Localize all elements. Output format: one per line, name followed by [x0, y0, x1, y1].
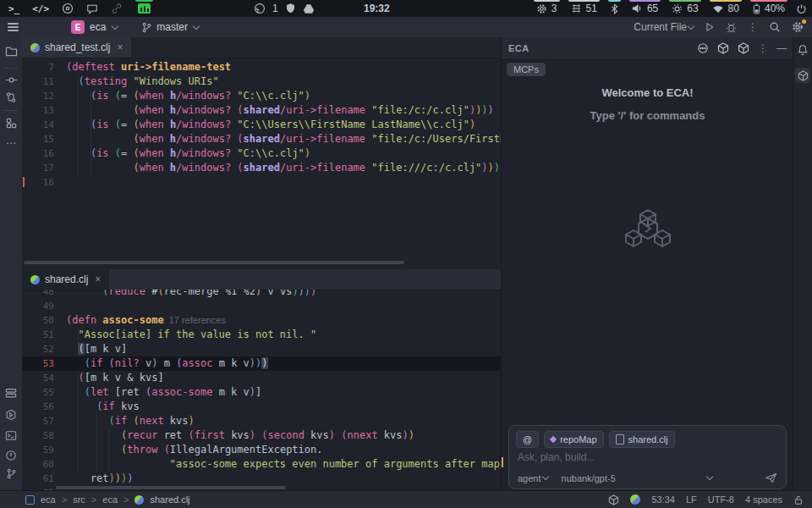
- eca-tool-icon[interactable]: [795, 68, 810, 83]
- breadcrumb-item[interactable]: src: [73, 494, 85, 505]
- drive-icon[interactable]: [303, 3, 315, 14]
- panel-options-icon[interactable]: ⋮: [758, 42, 768, 54]
- code-line[interactable]: 7(deftest uri->filename-test: [22, 60, 523, 75]
- context-file-chip[interactable]: shared.clj: [609, 431, 675, 448]
- shield-icon[interactable]: [285, 3, 296, 14]
- commit-icon[interactable]: [0, 75, 22, 86]
- code-line[interactable]: 18: [22, 175, 523, 190]
- brightness-icon: [672, 3, 683, 14]
- code-line[interactable]: 57 (if (next kvs): [22, 414, 523, 428]
- caret-position-widget[interactable]: 53:34: [651, 494, 675, 505]
- database-icon[interactable]: [0, 388, 22, 399]
- chat-bubble-icon[interactable]: [86, 3, 98, 14]
- gear-status[interactable]: 3: [534, 0, 560, 17]
- minimize-panel-icon[interactable]: —: [776, 42, 787, 54]
- line-separator-widget[interactable]: LF: [686, 494, 697, 505]
- link-icon[interactable]: [111, 3, 123, 14]
- code-editor[interactable]: 48 (reduce #(rec-merge %1 %2) v vs))))49…: [22, 290, 523, 491]
- brightness-status[interactable]: 63: [669, 0, 700, 17]
- code-editor[interactable]: 7(deftest uri->filename-test11 (testing …: [22, 58, 523, 269]
- breadcrumb-item[interactable]: eca: [102, 494, 118, 505]
- terminal-tool-icon[interactable]: [0, 430, 22, 441]
- project-selector[interactable]: E eca: [71, 20, 118, 34]
- code-line[interactable]: 56 (if kvs: [22, 400, 523, 414]
- git-tool-icon[interactable]: [0, 468, 22, 479]
- breadcrumb-item[interactable]: shared.clj: [150, 494, 189, 505]
- code-line[interactable]: 16 (is (= (when h/windows? "C:\\c.clj"): [22, 146, 523, 161]
- code-line[interactable]: 12 (is (= (when h/windows? "C:\\c.clj"): [22, 89, 523, 103]
- mcps-button[interactable]: MCPs: [507, 63, 546, 76]
- code-line[interactable]: 50(defn assoc-some 17 references: [22, 313, 523, 328]
- settings-button[interactable]: [792, 21, 804, 33]
- context-repomap-chip[interactable]: repoMap: [544, 431, 603, 448]
- pull-requests-icon[interactable]: [0, 91, 22, 103]
- more-tool-windows-icon[interactable]: …: [0, 134, 22, 146]
- stack-status[interactable]: 51: [568, 0, 600, 17]
- cube-status-icon[interactable]: [608, 494, 619, 505]
- horizontal-scrollbar[interactable]: [24, 261, 404, 264]
- terminal-icon[interactable]: >_: [8, 3, 19, 14]
- code-line[interactable]: 48 (reduce #(rec-merge %1 %2) v vs)))): [22, 290, 523, 299]
- cube-icon[interactable]: [717, 42, 729, 54]
- power-icon[interactable]: [796, 3, 807, 14]
- unlock-icon[interactable]: [793, 494, 804, 505]
- code-line[interactable]: 14 (is (= (when h/windows? "C:\\Users\\F…: [22, 118, 523, 132]
- more-actions-button[interactable]: ⋮: [748, 21, 758, 33]
- close-tab-icon[interactable]: ×: [117, 41, 123, 53]
- breadcrumb-separator: >: [123, 494, 129, 505]
- code-line[interactable]: 58 (recur ret (first kvs) (second kvs) (…: [22, 428, 523, 443]
- code-line[interactable]: 61 ret)))): [22, 472, 523, 486]
- send-button[interactable]: [765, 472, 777, 483]
- active-workspace-indicator[interactable]: [135, 0, 153, 17]
- code-line[interactable]: 53 (if (nil? v) m (assoc m k v))): [22, 356, 523, 371]
- wifi-level: 80: [728, 3, 739, 14]
- code-line[interactable]: 49: [22, 299, 523, 313]
- breadcrumb-item[interactable]: eca: [41, 494, 56, 505]
- encoding-widget[interactable]: UTF-8: [708, 494, 734, 505]
- tab-shared-test-clj[interactable]: shared_test.clj ×: [22, 37, 131, 58]
- code-line[interactable]: 59 (throw (IllegalArgumentException.: [22, 443, 523, 457]
- model-selector[interactable]: nubank/gpt-5: [562, 473, 616, 483]
- branch-selector[interactable]: master: [141, 21, 199, 33]
- code-line[interactable]: 54 ([m k v & kvs]: [22, 371, 523, 385]
- clojure-status-icon[interactable]: [630, 494, 640, 505]
- chat-input[interactable]: Ask, plan, build...: [518, 451, 595, 463]
- project-view-icon[interactable]: [0, 46, 22, 57]
- main-menu-icon[interactable]: [8, 23, 19, 31]
- notifications-bell-icon[interactable]: [793, 44, 812, 56]
- code-line[interactable]: 55 (let [ret (assoc-some m k v)]: [22, 385, 523, 400]
- services-icon[interactable]: [0, 409, 22, 421]
- tab-shared-clj[interactable]: shared.clj ×: [22, 269, 109, 290]
- close-tab-icon[interactable]: ×: [95, 273, 101, 285]
- run-config-label: Current File: [634, 21, 687, 33]
- mcp-servers-icon[interactable]: [697, 42, 709, 54]
- battery-status[interactable]: 40%: [750, 0, 787, 17]
- code-line[interactable]: 11 (testing "Windows URIs": [22, 75, 523, 89]
- code-line[interactable]: 60 "assoc-some expects even number of ar…: [22, 457, 523, 472]
- chevron-down-icon[interactable]: [706, 473, 713, 480]
- code-line[interactable]: 17 (when h/windows? (shared/uri->filenam…: [22, 161, 523, 175]
- context-at-chip[interactable]: @: [516, 431, 539, 448]
- code-line[interactable]: 15 (when h/windows? (shared/uri->filenam…: [22, 132, 523, 146]
- indent-widget[interactable]: 4 spaces: [745, 494, 782, 505]
- bluetooth-status[interactable]: [608, 0, 621, 17]
- code-icon[interactable]: </>: [32, 3, 49, 14]
- code-line[interactable]: 13 (when h/windows? (shared/uri->filenam…: [22, 103, 523, 118]
- run-config-selector[interactable]: Current File: [634, 21, 694, 33]
- line-number: 53: [22, 356, 54, 371]
- stack-count: 51: [586, 3, 597, 14]
- structure-icon[interactable]: [0, 118, 22, 129]
- helm-icon[interactable]: [62, 3, 74, 14]
- code-line[interactable]: 51 "Assoc[iate] if the value is not nil.…: [22, 328, 523, 342]
- debug-button[interactable]: [726, 22, 737, 33]
- search-everywhere-button[interactable]: [769, 21, 781, 33]
- cube-outline-icon[interactable]: [738, 42, 749, 54]
- code-line[interactable]: 52 ([m k v]: [22, 342, 523, 356]
- volume-status[interactable]: 65: [629, 0, 661, 17]
- run-button[interactable]: [705, 22, 715, 32]
- mode-selector[interactable]: agent: [518, 473, 548, 483]
- wifi-status[interactable]: 80: [710, 0, 742, 17]
- github-icon[interactable]: [254, 3, 266, 14]
- horizontal-scrollbar[interactable]: [56, 486, 286, 489]
- problems-icon[interactable]: [0, 450, 22, 461]
